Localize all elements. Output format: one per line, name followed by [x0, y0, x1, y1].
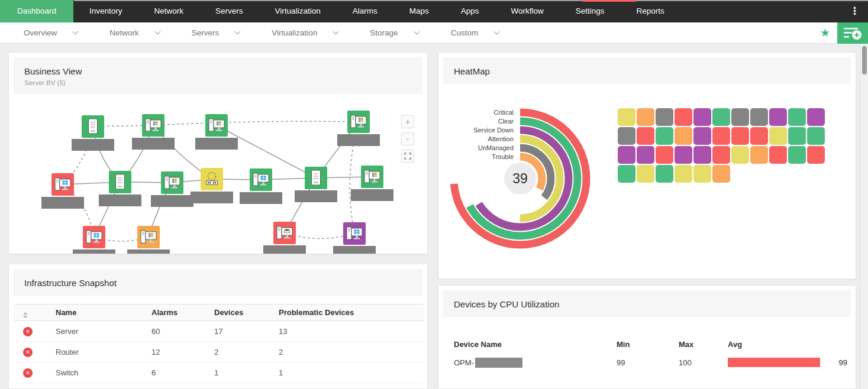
top-nav-reports[interactable]: Reports: [621, 0, 680, 22]
topology-node-server[interactable]: [305, 167, 327, 189]
heat-cell-orange[interactable]: [712, 165, 730, 183]
heat-cell-purple[interactable]: [807, 108, 825, 126]
heat-cell-green[interactable]: [788, 127, 806, 145]
infra-row-switch[interactable]: ✕Switch611: [14, 362, 424, 383]
heat-cell-purple[interactable]: [693, 146, 711, 164]
heat-cell-green[interactable]: [618, 165, 635, 183]
heat-cell-green[interactable]: [656, 165, 673, 183]
infra-row-server[interactable]: ✕Server601713: [14, 321, 424, 342]
topology-node-server[interactable]: [109, 171, 131, 193]
top-nav-inventory[interactable]: Inventory: [73, 0, 138, 22]
heat-cell-red[interactable]: [769, 146, 787, 164]
heat-cell-yellow[interactable]: [675, 165, 692, 183]
favorite-star-icon[interactable]: ★: [813, 22, 837, 44]
chevron-down-icon[interactable]: [494, 29, 500, 35]
topology-node-pc-win[interactable]: [205, 114, 228, 137]
heat-cell-yellow[interactable]: [618, 108, 635, 126]
topology-node-pc-win[interactable]: [161, 171, 183, 194]
topology-node-pc-win[interactable]: [142, 114, 164, 137]
topology-node-pc-win[interactable]: [347, 111, 370, 133]
heat-cell-purple[interactable]: [693, 108, 711, 126]
page-scrollbar[interactable]: [860, 44, 868, 389]
chevron-down-icon[interactable]: [154, 29, 160, 35]
heat-cell-green[interactable]: [712, 108, 730, 126]
subnav-item-overview[interactable]: Overview: [24, 28, 78, 37]
zoom-in-button[interactable]: +: [401, 115, 414, 128]
sort-icon[interactable]: [23, 312, 28, 318]
heat-cell-yellow[interactable]: [769, 127, 787, 145]
top-nav-network[interactable]: Network: [138, 0, 200, 22]
kebab-menu-icon[interactable]: ⋮: [841, 0, 868, 22]
heat-cell-orange[interactable]: [637, 108, 654, 126]
subnav-item-virtualization[interactable]: Virtualization: [272, 28, 338, 37]
topology-node-pc-blue[interactable]: [51, 173, 74, 196]
heat-cell-green[interactable]: [807, 127, 825, 145]
column-header-alarms[interactable]: Alarms: [138, 304, 201, 321]
heat-cell-red[interactable]: [712, 146, 730, 164]
heat-cell-red[interactable]: [637, 127, 654, 145]
heat-cell-gray[interactable]: [618, 127, 635, 145]
column-header-devices[interactable]: Devices: [201, 304, 265, 321]
top-nav-alarms[interactable]: Alarms: [337, 0, 393, 22]
top-nav-virtualization[interactable]: Virtualization: [259, 0, 337, 22]
heat-cell-green[interactable]: [788, 108, 806, 126]
top-nav-maps[interactable]: Maps: [393, 0, 445, 22]
top-nav-dashboard[interactable]: Dashboard: [0, 0, 73, 22]
heat-cell-orange[interactable]: [750, 146, 768, 164]
sort-column-header[interactable]: [14, 304, 42, 321]
zoom-out-button[interactable]: -: [401, 132, 414, 145]
chevron-down-icon[interactable]: [333, 29, 339, 35]
heat-cell-yellow[interactable]: [731, 146, 749, 164]
subnav-item-custom[interactable]: Custom: [451, 28, 499, 37]
subnav-item-servers[interactable]: Servers: [192, 28, 240, 37]
alarm-count: 6: [138, 362, 201, 383]
heat-cell-purple[interactable]: [675, 146, 692, 164]
top-nav-settings[interactable]: Settings: [560, 0, 621, 22]
heat-cell-gray[interactable]: [731, 108, 749, 126]
scrollbar-thumb[interactable]: [862, 46, 867, 74]
topology-node-pc-win[interactable]: [137, 226, 160, 248]
heat-cell-purple[interactable]: [618, 146, 635, 164]
infra-row-router[interactable]: ✕Router1222: [14, 342, 424, 362]
heat-cell-yellow[interactable]: [637, 165, 654, 183]
subnav-item-network[interactable]: Network: [109, 28, 160, 37]
topology-node-pc-printer[interactable]: [273, 222, 296, 244]
heat-cell-red[interactable]: [807, 146, 825, 164]
add-dashboard-button[interactable]: [837, 22, 868, 44]
heat-cell-yellow[interactable]: [693, 165, 711, 183]
heat-cell-red[interactable]: [731, 127, 749, 145]
chevron-down-icon[interactable]: [414, 29, 420, 35]
heat-cell-red[interactable]: [675, 108, 692, 126]
heat-cell-purple[interactable]: [769, 108, 787, 126]
heat-cell-red[interactable]: [750, 127, 768, 145]
heat-cell-gray[interactable]: [656, 108, 673, 126]
topology-node-pc-blue[interactable]: [83, 226, 105, 248]
chevron-down-icon[interactable]: [73, 29, 79, 35]
topology-node-pc-blue[interactable]: [250, 168, 272, 191]
column-header-problematic-devices[interactable]: Problematic Devices: [265, 304, 424, 321]
fullscreen-button[interactable]: [401, 150, 414, 163]
subnav-item-storage[interactable]: Storage: [370, 28, 418, 37]
heat-cell-red[interactable]: [712, 127, 730, 145]
topology-node-pc-win[interactable]: [361, 166, 383, 188]
topology-node-pc-blue[interactable]: [343, 222, 366, 245]
heat-cell-gray[interactable]: [750, 108, 768, 126]
heat-cell-green[interactable]: [788, 146, 806, 164]
heat-cell-red[interactable]: [656, 146, 673, 164]
top-nav-workflow[interactable]: Workflow: [495, 0, 559, 22]
cpu-column-max[interactable]: Max: [668, 338, 717, 350]
cpu-column-min[interactable]: Min: [606, 338, 668, 350]
topology-node-server[interactable]: [82, 115, 104, 138]
top-nav-apps[interactable]: Apps: [445, 0, 495, 22]
top-nav-servers[interactable]: Servers: [199, 0, 259, 22]
heat-cell-purple[interactable]: [693, 127, 711, 145]
cpu-column-device-name[interactable]: Device Name: [443, 338, 606, 350]
chevron-down-icon[interactable]: [235, 29, 241, 35]
heat-cell-orange[interactable]: [675, 127, 692, 145]
cpu-column-avg[interactable]: Avg: [717, 338, 852, 350]
column-header-name[interactable]: Name: [42, 304, 138, 321]
heat-cell-green[interactable]: [656, 127, 673, 145]
topology-node-spinner[interactable]: [201, 168, 223, 190]
cpu-row[interactable]: OPM-9910099: [443, 350, 852, 375]
heat-cell-purple[interactable]: [637, 146, 654, 164]
